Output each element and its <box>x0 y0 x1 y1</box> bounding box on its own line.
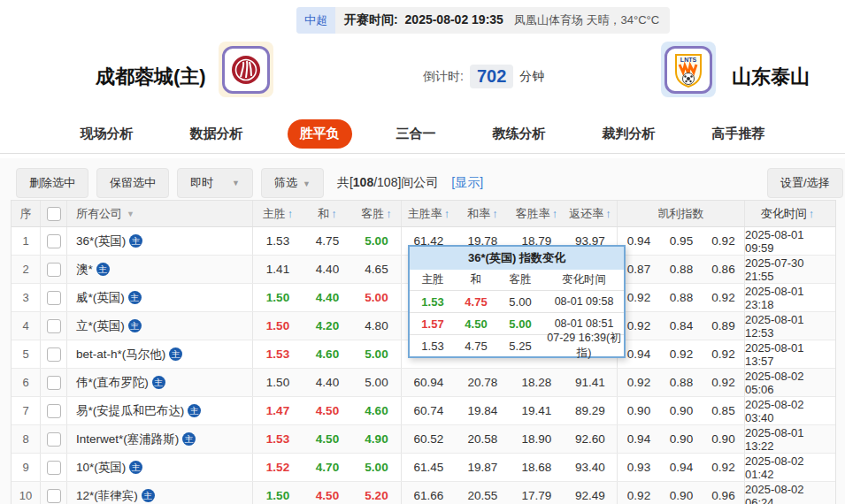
odds-away[interactable]: 4.65 <box>352 256 402 283</box>
nav-tab-0[interactable]: 现场分析 <box>68 119 146 149</box>
away-team-name: 山东泰山 <box>732 64 810 90</box>
odds-away[interactable]: 5.00 <box>352 227 402 255</box>
odds-home[interactable]: 1.50 <box>253 482 303 504</box>
odds-draw[interactable]: 4.50 <box>303 425 352 453</box>
odds-draw[interactable]: 4.50 <box>303 482 352 504</box>
company-name[interactable]: 12*(菲律宾) <box>76 488 138 504</box>
settings-select-button[interactable]: 设置/选择 <box>767 168 843 198</box>
venue-weather: 凤凰山体育场 天晴，34°C°C <box>514 12 659 28</box>
header-return-rate[interactable]: 返还率↑ <box>564 201 618 226</box>
odds-home[interactable]: 1.50 <box>253 284 303 311</box>
odds-away[interactable]: 5.00 <box>352 340 402 368</box>
draw-rate: 20.55 <box>456 482 510 504</box>
select-all-checkbox[interactable] <box>47 207 61 221</box>
odds-draw[interactable]: 4.50 <box>303 397 352 424</box>
keep-selected-button[interactable]: 保留选中 <box>96 168 169 198</box>
row-checkbox[interactable] <box>47 376 61 390</box>
row-checkbox[interactable] <box>47 263 61 277</box>
nav-tab-5[interactable]: 裁判分析 <box>590 119 668 149</box>
row-checkbox[interactable] <box>47 432 61 447</box>
odds-home[interactable]: 1.50 <box>253 369 303 396</box>
odds-home[interactable]: 1.53 <box>253 340 303 368</box>
odds-away[interactable]: 5.00 <box>352 284 402 311</box>
row-checkbox[interactable] <box>47 319 61 333</box>
odds-draw[interactable]: 4.40 <box>303 369 352 396</box>
odds-draw[interactable]: 4.60 <box>303 340 352 368</box>
odds-draw[interactable]: 4.40 <box>303 284 352 311</box>
home-badge-icon[interactable]: 主 <box>169 347 182 361</box>
odds-away[interactable]: 5.20 <box>352 482 402 504</box>
odds-home[interactable]: 1.52 <box>253 454 303 481</box>
away-team-logo: LNTS <box>661 42 716 97</box>
odds-home[interactable]: 1.53 <box>253 425 303 453</box>
home-badge-icon[interactable]: 主 <box>182 432 196 446</box>
header-away-rate[interactable]: 客胜率↑ <box>510 201 564 226</box>
home-badge-icon[interactable]: 主 <box>128 319 142 332</box>
nav-tab-6[interactable]: 高手推荐 <box>700 119 778 149</box>
nav-tab-2[interactable]: 胜平负 <box>288 119 352 149</box>
row-checkbox[interactable] <box>47 489 61 503</box>
row-index: 5 <box>12 340 41 368</box>
row-checkbox[interactable] <box>47 291 61 305</box>
odds-draw[interactable]: 4.70 <box>303 454 352 481</box>
sort-up-icon: ↑ <box>605 207 611 220</box>
odds-draw[interactable]: 4.75 <box>303 227 352 255</box>
company-name[interactable]: 易*(安提瓜和巴布达) <box>76 403 184 419</box>
home-badge-icon[interactable]: 主 <box>129 234 142 248</box>
company-name[interactable]: 36*(英国) <box>76 233 126 249</box>
odds-away[interactable]: 4.60 <box>352 397 402 424</box>
chengdu-rongcheng-crest-icon <box>230 54 262 86</box>
home-badge-icon[interactable]: 主 <box>128 291 142 304</box>
row-checkbox[interactable] <box>47 461 61 475</box>
nav-tab-4[interactable]: 教练分析 <box>480 119 558 149</box>
table-row: 1012*(菲律宾)主1.504.505.2061.6620.5517.7992… <box>12 482 835 504</box>
checkbox-cell <box>41 454 67 481</box>
nav-tab-1[interactable]: 数据分析 <box>178 119 256 149</box>
odds-home[interactable]: 1.53 <box>253 227 303 255</box>
row-checkbox[interactable] <box>47 347 61 362</box>
header-draw-odds[interactable]: 和↑ <box>303 201 352 226</box>
odds-home[interactable]: 1.50 <box>253 312 303 340</box>
company-name[interactable]: 立*(英国) <box>76 318 125 334</box>
company-name[interactable]: 伟*(直布罗陀) <box>76 375 149 391</box>
odds-draw[interactable]: 4.40 <box>303 256 352 283</box>
nav-tab-3[interactable]: 三合一 <box>384 119 449 149</box>
odds-home[interactable]: 1.47 <box>253 397 303 424</box>
show-link[interactable]: [显示] <box>451 175 483 191</box>
home-badge-icon[interactable]: 主 <box>129 461 142 474</box>
company-name[interactable]: 澳* <box>76 262 93 278</box>
odds-home[interactable]: 1.41 <box>253 256 303 283</box>
company-name[interactable]: bet-at-h*(马尔他) <box>76 347 165 363</box>
header-home-odds[interactable]: 主胜↑ <box>253 201 303 226</box>
table-row: 7易*(安提瓜和巴布达)主1.474.504.6060.7419.8419.41… <box>12 397 835 425</box>
row-checkbox[interactable] <box>47 234 61 248</box>
home-badge-icon[interactable]: 主 <box>152 376 165 389</box>
header-away-odds[interactable]: 客胜↑ <box>352 201 402 226</box>
header-draw-rate[interactable]: 和率↑ <box>456 201 510 226</box>
league-badge[interactable]: 中超 <box>296 7 335 34</box>
company-name[interactable]: Interwet*(塞浦路斯) <box>76 431 179 447</box>
row-index: 1 <box>12 227 41 255</box>
kickoff-value: 2025-08-02 19:35 <box>405 12 503 27</box>
filter-dropdown[interactable]: 筛选▼ <box>261 168 324 198</box>
header-change-time[interactable]: 变化时间↑ <box>745 201 830 226</box>
home-badge-icon[interactable]: 主 <box>142 489 155 502</box>
odds-away[interactable]: 4.90 <box>352 425 402 453</box>
delete-selected-button[interactable]: 删除选中 <box>16 168 88 198</box>
home-badge-icon[interactable]: 主 <box>188 404 201 417</box>
odds-away[interactable]: 5.00 <box>352 454 402 481</box>
time-filter-dropdown[interactable]: 即时▼ <box>177 168 253 198</box>
home-badge-icon[interactable]: 主 <box>96 263 110 276</box>
home-rate: 60.52 <box>402 425 456 453</box>
popup-draw-odds: 4.50 <box>456 317 496 331</box>
company-name[interactable]: 威*(英国) <box>76 290 125 306</box>
odds-away[interactable]: 4.80 <box>352 312 402 340</box>
odds-away[interactable]: 5.00 <box>352 369 402 396</box>
row-checkbox[interactable] <box>47 404 61 418</box>
header-company[interactable]: 所有公司▼ <box>67 201 253 226</box>
odds-draw[interactable]: 4.20 <box>303 312 352 340</box>
company-name[interactable]: 10*(英国) <box>76 460 126 476</box>
row-index: 6 <box>12 369 41 396</box>
header-home-rate[interactable]: 主胜率↑ <box>402 201 456 226</box>
popup-away-odds: 5.00 <box>496 317 544 331</box>
